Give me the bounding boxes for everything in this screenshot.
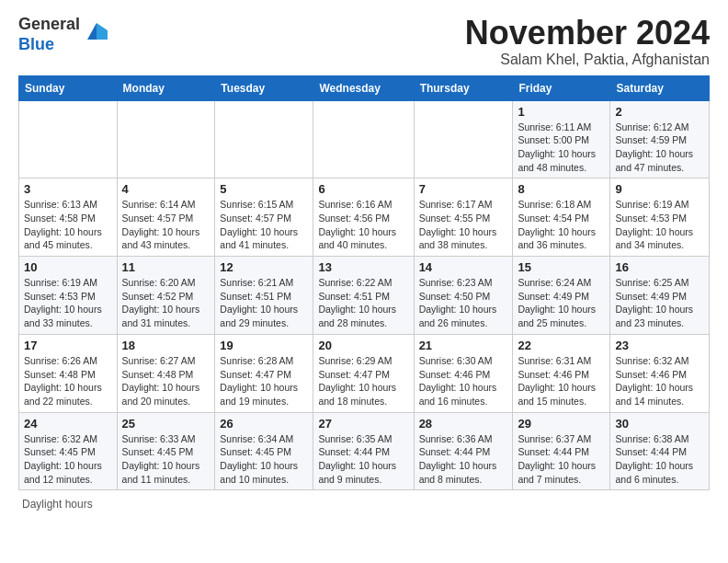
calendar-header: SundayMondayTuesdayWednesdayThursdayFrid… <box>19 75 710 100</box>
calendar-cell: 9Sunrise: 6:19 AM Sunset: 4:53 PM Daylig… <box>610 178 710 257</box>
day-info: Sunrise: 6:33 AM Sunset: 4:45 PM Dayligh… <box>122 432 210 487</box>
day-number: 11 <box>122 260 210 274</box>
day-number: 2 <box>615 105 704 119</box>
calendar-cell <box>117 100 215 178</box>
day-info: Sunrise: 6:35 AM Sunset: 4:44 PM Dayligh… <box>318 432 408 487</box>
calendar-cell: 22Sunrise: 6:31 AM Sunset: 4:46 PM Dayli… <box>513 334 610 412</box>
calendar-cell: 27Sunrise: 6:35 AM Sunset: 4:44 PM Dayli… <box>313 412 414 490</box>
day-info: Sunrise: 6:36 AM Sunset: 4:44 PM Dayligh… <box>419 432 508 487</box>
day-number: 28 <box>419 417 508 431</box>
logo-icon <box>84 17 109 43</box>
calendar-cell <box>313 100 414 178</box>
day-info: Sunrise: 6:16 AM Sunset: 4:56 PM Dayligh… <box>318 198 408 252</box>
day-info: Sunrise: 6:19 AM Sunset: 4:53 PM Dayligh… <box>24 276 112 330</box>
day-number: 23 <box>615 339 704 352</box>
calendar-cell: 18Sunrise: 6:27 AM Sunset: 4:48 PM Dayli… <box>117 334 215 412</box>
calendar-cell: 26Sunrise: 6:34 AM Sunset: 4:45 PM Dayli… <box>215 412 313 490</box>
day-number: 13 <box>318 260 408 274</box>
day-info: Sunrise: 6:24 AM Sunset: 4:49 PM Dayligh… <box>518 276 605 330</box>
day-number: 20 <box>318 339 408 352</box>
calendar-body: 1Sunrise: 6:11 AM Sunset: 5:00 PM Daylig… <box>19 100 710 490</box>
calendar-cell: 13Sunrise: 6:22 AM Sunset: 4:51 PM Dayli… <box>313 257 414 335</box>
day-info: Sunrise: 6:32 AM Sunset: 4:45 PM Dayligh… <box>24 432 112 487</box>
day-info: Sunrise: 6:26 AM Sunset: 4:48 PM Dayligh… <box>24 354 112 408</box>
day-of-week-header: Wednesday <box>313 75 414 100</box>
day-info: Sunrise: 6:12 AM Sunset: 4:59 PM Dayligh… <box>615 121 704 175</box>
day-info: Sunrise: 6:38 AM Sunset: 4:44 PM Dayligh… <box>615 432 704 487</box>
day-number: 25 <box>122 417 210 431</box>
day-info: Sunrise: 6:30 AM Sunset: 4:46 PM Dayligh… <box>419 354 508 408</box>
day-number: 7 <box>419 182 508 196</box>
day-number: 24 <box>24 417 112 431</box>
day-number: 27 <box>318 417 408 431</box>
day-number: 30 <box>615 417 704 431</box>
calendar-week-row: 3Sunrise: 6:13 AM Sunset: 4:58 PM Daylig… <box>19 178 710 257</box>
day-info: Sunrise: 6:22 AM Sunset: 4:51 PM Dayligh… <box>318 276 408 330</box>
day-info: Sunrise: 6:28 AM Sunset: 4:47 PM Dayligh… <box>220 354 308 408</box>
day-info: Sunrise: 6:21 AM Sunset: 4:51 PM Dayligh… <box>220 276 308 330</box>
day-info: Sunrise: 6:34 AM Sunset: 4:45 PM Dayligh… <box>220 432 308 487</box>
day-number: 10 <box>24 260 112 274</box>
calendar-cell: 7Sunrise: 6:17 AM Sunset: 4:55 PM Daylig… <box>414 178 513 257</box>
day-of-week-header: Friday <box>513 75 610 100</box>
calendar-week-row: 10Sunrise: 6:19 AM Sunset: 4:53 PM Dayli… <box>19 257 710 335</box>
calendar-cell: 23Sunrise: 6:32 AM Sunset: 4:46 PM Dayli… <box>610 334 710 412</box>
day-info: Sunrise: 6:17 AM Sunset: 4:55 PM Dayligh… <box>419 198 508 252</box>
day-of-week-header: Saturday <box>610 75 710 100</box>
day-of-week-header: Tuesday <box>215 75 313 100</box>
day-info: Sunrise: 6:20 AM Sunset: 4:52 PM Dayligh… <box>122 276 210 330</box>
day-number: 19 <box>220 339 308 352</box>
day-number: 3 <box>24 182 112 196</box>
title-section: November 2024 Salam Khel, Paktia, Afghan… <box>465 15 710 68</box>
calendar-cell: 16Sunrise: 6:25 AM Sunset: 4:49 PM Dayli… <box>610 257 710 335</box>
calendar-week-row: 24Sunrise: 6:32 AM Sunset: 4:45 PM Dayli… <box>19 412 710 490</box>
calendar-cell: 11Sunrise: 6:20 AM Sunset: 4:52 PM Dayli… <box>117 257 215 335</box>
day-of-week-header: Thursday <box>414 75 513 100</box>
day-number: 15 <box>518 260 605 274</box>
day-number: 8 <box>518 182 605 196</box>
day-number: 22 <box>518 339 605 352</box>
day-info: Sunrise: 6:15 AM Sunset: 4:57 PM Dayligh… <box>220 198 308 252</box>
logo: General Blue <box>18 15 109 54</box>
calendar-table: SundayMondayTuesdayWednesdayThursdayFrid… <box>18 75 710 491</box>
day-number: 5 <box>220 182 308 196</box>
calendar-cell: 30Sunrise: 6:38 AM Sunset: 4:44 PM Dayli… <box>610 412 710 490</box>
calendar-cell: 17Sunrise: 6:26 AM Sunset: 4:48 PM Dayli… <box>19 334 118 412</box>
day-info: Sunrise: 6:32 AM Sunset: 4:46 PM Dayligh… <box>615 354 704 408</box>
page-header: General Blue November 2024 Salam Khel, P… <box>18 15 710 68</box>
calendar-cell: 12Sunrise: 6:21 AM Sunset: 4:51 PM Dayli… <box>215 257 313 335</box>
logo-blue-text: Blue <box>18 35 54 53</box>
calendar-cell: 24Sunrise: 6:32 AM Sunset: 4:45 PM Dayli… <box>19 412 118 490</box>
day-number: 12 <box>220 260 308 274</box>
day-info: Sunrise: 6:37 AM Sunset: 4:44 PM Dayligh… <box>518 432 605 487</box>
svg-marker-1 <box>97 23 108 40</box>
day-info: Sunrise: 6:27 AM Sunset: 4:48 PM Dayligh… <box>122 354 210 408</box>
day-number: 17 <box>24 339 112 352</box>
calendar-cell: 14Sunrise: 6:23 AM Sunset: 4:50 PM Dayli… <box>414 257 513 335</box>
daylight-hours-label: Daylight hours <box>22 498 93 511</box>
calendar-cell: 29Sunrise: 6:37 AM Sunset: 4:44 PM Dayli… <box>513 412 610 490</box>
day-info: Sunrise: 6:23 AM Sunset: 4:50 PM Dayligh… <box>419 276 508 330</box>
calendar-cell: 2Sunrise: 6:12 AM Sunset: 4:59 PM Daylig… <box>610 100 710 178</box>
calendar-cell: 6Sunrise: 6:16 AM Sunset: 4:56 PM Daylig… <box>313 178 414 257</box>
calendar-cell: 3Sunrise: 6:13 AM Sunset: 4:58 PM Daylig… <box>19 178 118 257</box>
calendar-cell: 1Sunrise: 6:11 AM Sunset: 5:00 PM Daylig… <box>513 100 610 178</box>
calendar-cell: 19Sunrise: 6:28 AM Sunset: 4:47 PM Dayli… <box>215 334 313 412</box>
day-number: 6 <box>318 182 408 196</box>
day-number: 16 <box>615 260 704 274</box>
calendar-cell: 20Sunrise: 6:29 AM Sunset: 4:47 PM Dayli… <box>313 334 414 412</box>
day-info: Sunrise: 6:14 AM Sunset: 4:57 PM Dayligh… <box>122 198 210 252</box>
calendar-week-row: 17Sunrise: 6:26 AM Sunset: 4:48 PM Dayli… <box>19 334 710 412</box>
day-of-week-header: Sunday <box>19 75 118 100</box>
calendar-cell <box>19 100 118 178</box>
day-info: Sunrise: 6:29 AM Sunset: 4:47 PM Dayligh… <box>318 354 408 408</box>
day-number: 29 <box>518 417 605 431</box>
day-info: Sunrise: 6:19 AM Sunset: 4:53 PM Dayligh… <box>615 198 704 252</box>
calendar-cell: 28Sunrise: 6:36 AM Sunset: 4:44 PM Dayli… <box>414 412 513 490</box>
calendar-cell: 8Sunrise: 6:18 AM Sunset: 4:54 PM Daylig… <box>513 178 610 257</box>
calendar-cell: 25Sunrise: 6:33 AM Sunset: 4:45 PM Dayli… <box>117 412 215 490</box>
day-info: Sunrise: 6:11 AM Sunset: 5:00 PM Dayligh… <box>518 121 605 175</box>
footer-note: Daylight hours <box>18 498 710 511</box>
calendar-cell <box>215 100 313 178</box>
day-of-week-header: Monday <box>117 75 215 100</box>
